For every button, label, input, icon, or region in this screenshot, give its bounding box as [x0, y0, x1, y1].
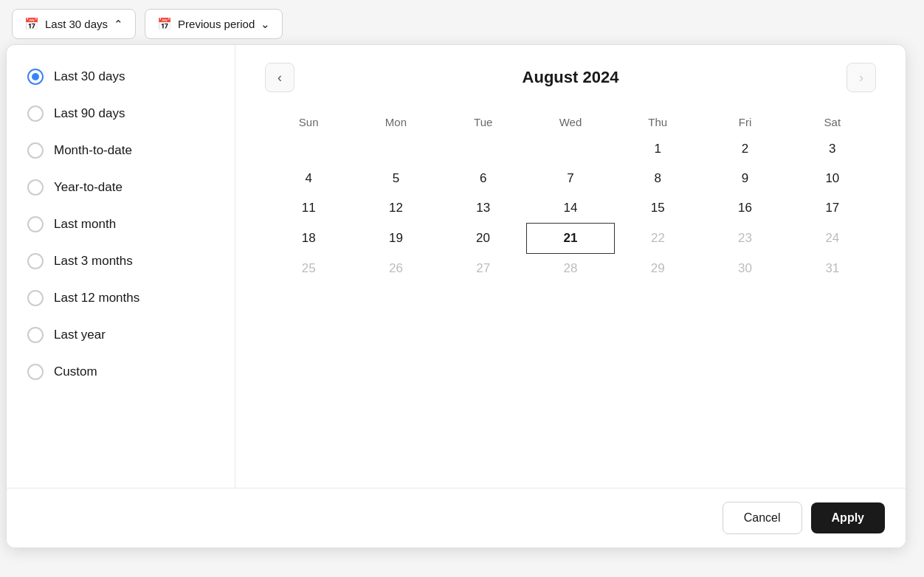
radio-last3m [27, 253, 44, 269]
calendar-day-2[interactable]: 2 [701, 134, 788, 164]
option-last3m[interactable]: Last 3 months [7, 244, 235, 278]
option-label-ytd: Year-to-date [54, 180, 123, 195]
period-button[interactable]: 📅 Last 30 days ⌃ [12, 9, 136, 39]
weekday-thu: Thu [614, 110, 701, 134]
calendar-day-21[interactable]: 21 [527, 224, 614, 254]
option-mtd[interactable]: Month-to-date [7, 134, 235, 167]
calendar-day-13[interactable]: 13 [440, 193, 527, 224]
calendar-header: ‹ August 2024 › [265, 63, 876, 92]
calendar-panel: ‹ August 2024 › SunMonTueWedThuFriSat 12… [235, 45, 906, 488]
weekday-sat: Sat [789, 110, 876, 134]
option-label-last3m: Last 3 months [54, 254, 133, 269]
calendar-day-4[interactable]: 4 [265, 164, 352, 193]
calendar-day-14[interactable]: 14 [527, 193, 614, 224]
calendar-day-9[interactable]: 9 [701, 164, 788, 193]
apply-button[interactable]: Apply [811, 502, 885, 533]
calendar-icon-2: 📅 [157, 17, 172, 31]
option-label-lastyear: Last year [54, 328, 106, 342]
radio-mtd [27, 142, 44, 159]
calendar-day-10[interactable]: 10 [789, 164, 876, 193]
option-custom[interactable]: Custom [7, 355, 235, 389]
option-last30[interactable]: Last 30 days [7, 60, 235, 94]
compare-button[interactable]: 📅 Previous period ⌄ [145, 9, 283, 39]
calendar-day-empty-0-2 [440, 134, 527, 164]
chevron-down-icon: ⌄ [261, 18, 270, 31]
calendar-day-12[interactable]: 12 [352, 193, 439, 224]
calendar-day-8[interactable]: 8 [614, 164, 701, 193]
calendar-day-25[interactable]: 25 [265, 254, 352, 284]
weekday-wed: Wed [527, 110, 614, 134]
option-ytd[interactable]: Year-to-date [7, 170, 235, 204]
calendar-day-empty-0-3 [527, 134, 614, 164]
panel-footer: Cancel Apply [7, 488, 906, 547]
calendar-day-26[interactable]: 26 [352, 254, 439, 284]
weekday-fri: Fri [701, 110, 788, 134]
option-label-lastmonth: Last month [54, 217, 116, 232]
calendar-day-empty-0-1 [352, 134, 439, 164]
calendar-day-18[interactable]: 18 [265, 224, 352, 254]
calendar-day-7[interactable]: 7 [527, 164, 614, 193]
option-label-last12m: Last 12 months [54, 291, 139, 305]
radio-lastmonth [27, 216, 44, 232]
calendar-day-27[interactable]: 27 [440, 254, 527, 284]
calendar-day-19[interactable]: 19 [352, 224, 439, 254]
radio-lastyear [27, 327, 44, 343]
prev-month-button[interactable]: ‹ [265, 63, 294, 92]
weekday-tue: Tue [440, 110, 527, 134]
weekday-sun: Sun [265, 110, 352, 134]
period-button-label: Last 30 days [45, 18, 108, 30]
calendar-day-6[interactable]: 6 [440, 164, 527, 193]
calendar-day-17[interactable]: 17 [789, 193, 876, 224]
calendar-month-title: August 2024 [523, 68, 619, 87]
calendar-day-24[interactable]: 24 [789, 224, 876, 254]
option-label-last90: Last 90 days [54, 106, 125, 121]
calendar-day-31[interactable]: 31 [789, 254, 876, 284]
calendar-grid: SunMonTueWedThuFriSat 123456789101112131… [265, 110, 876, 283]
calendar-icon: 📅 [24, 17, 39, 31]
chevron-up-icon: ⌃ [114, 18, 123, 31]
calendar-day-16[interactable]: 16 [701, 193, 788, 224]
option-label-last30: Last 30 days [54, 69, 125, 84]
radio-ytd [27, 179, 44, 196]
cancel-button[interactable]: Cancel [723, 502, 802, 534]
option-last12m[interactable]: Last 12 months [7, 281, 235, 315]
toolbar: 📅 Last 30 days ⌃ 📅 Previous period ⌄ [0, 0, 924, 48]
calendar-day-15[interactable]: 15 [614, 193, 701, 224]
calendar-day-11[interactable]: 11 [265, 193, 352, 224]
calendar-day-5[interactable]: 5 [352, 164, 439, 193]
radio-custom [27, 364, 44, 380]
panel-body: Last 30 daysLast 90 daysMonth-to-dateYea… [7, 45, 906, 488]
calendar-day-20[interactable]: 20 [440, 224, 527, 254]
next-month-button[interactable]: › [847, 63, 876, 92]
calendar-day-1[interactable]: 1 [614, 134, 701, 164]
calendar-day-28[interactable]: 28 [527, 254, 614, 284]
option-label-custom: Custom [54, 364, 97, 379]
radio-last12m [27, 290, 44, 306]
calendar-day-22[interactable]: 22 [614, 224, 701, 254]
radio-inner-last30 [32, 73, 39, 80]
calendar-day-empty-0-0 [265, 134, 352, 164]
options-panel: Last 30 daysLast 90 daysMonth-to-dateYea… [7, 45, 235, 488]
option-lastmonth[interactable]: Last month [7, 207, 235, 241]
page-wrapper: 📅 Last 30 days ⌃ 📅 Previous period ⌄ Las… [0, 0, 924, 577]
option-label-mtd: Month-to-date [54, 143, 132, 158]
calendar-day-23[interactable]: 23 [701, 224, 788, 254]
calendar-day-3[interactable]: 3 [789, 134, 876, 164]
calendar-day-30[interactable]: 30 [701, 254, 788, 284]
radio-last30 [27, 69, 44, 85]
weekday-mon: Mon [352, 110, 439, 134]
option-lastyear[interactable]: Last year [7, 318, 235, 352]
compare-button-label: Previous period [178, 18, 255, 30]
option-last90[interactable]: Last 90 days [7, 97, 235, 131]
radio-last90 [27, 106, 44, 122]
dropdown-panel: Last 30 daysLast 90 daysMonth-to-dateYea… [6, 44, 906, 548]
calendar-day-29[interactable]: 29 [614, 254, 701, 284]
